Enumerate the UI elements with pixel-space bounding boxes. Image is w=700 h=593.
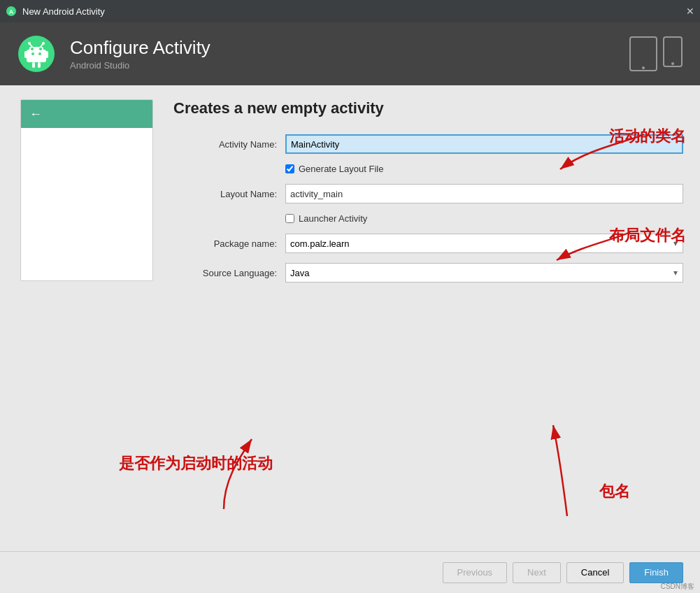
layout-name-label: Layout Name: bbox=[173, 189, 285, 199]
activity-name-label: Activity Name: bbox=[173, 139, 285, 150]
svg-rect-9 bbox=[32, 62, 35, 68]
svg-rect-10 bbox=[38, 62, 41, 68]
header-title: Configure Activity bbox=[70, 37, 210, 59]
svg-point-18 bbox=[642, 66, 645, 69]
source-language-row: Source Language: Java Kotlin ▾ bbox=[173, 263, 683, 283]
preview-panel: ← bbox=[17, 99, 157, 537]
svg-point-6 bbox=[39, 48, 42, 50]
layout-name-row: Layout Name: bbox=[173, 184, 683, 203]
back-arrow-icon: ← bbox=[29, 107, 42, 122]
back-button-preview: ← bbox=[21, 100, 152, 128]
svg-rect-19 bbox=[664, 37, 682, 66]
activity-name-input[interactable] bbox=[285, 134, 683, 154]
phone-icon bbox=[662, 36, 683, 68]
bottom-bar: Previous Next Cancel Finish bbox=[0, 551, 700, 593]
tablet-icon bbox=[629, 36, 658, 72]
svg-point-12 bbox=[38, 52, 41, 55]
generate-layout-label[interactable]: Generate Layout File bbox=[299, 164, 383, 174]
package-name-input[interactable] bbox=[285, 234, 683, 253]
svg-point-20 bbox=[671, 62, 674, 65]
device-icons bbox=[629, 36, 683, 72]
android-logo bbox=[17, 34, 56, 73]
svg-rect-7 bbox=[24, 51, 28, 58]
phone-preview: ← bbox=[20, 99, 153, 281]
source-language-label: Source Language: bbox=[173, 268, 285, 278]
layout-name-input[interactable] bbox=[285, 184, 683, 203]
close-button[interactable]: ✕ bbox=[686, 6, 694, 17]
svg-text:A: A bbox=[9, 8, 14, 15]
generate-layout-row: Generate Layout File bbox=[285, 164, 683, 174]
package-name-label: Package name: bbox=[173, 238, 285, 249]
form-title: Creates a new empty activity bbox=[173, 99, 683, 117]
previous-button[interactable]: Previous bbox=[443, 562, 508, 583]
svg-point-5 bbox=[31, 48, 34, 50]
svg-point-15 bbox=[28, 42, 31, 45]
window-title: New Android Activity bbox=[22, 6, 105, 17]
package-name-row: Package name: ▾ bbox=[173, 234, 683, 253]
source-language-select[interactable]: Java Kotlin bbox=[285, 263, 683, 283]
svg-rect-8 bbox=[45, 51, 48, 58]
launcher-activity-checkbox[interactable] bbox=[285, 214, 294, 223]
dialog-header: Configure Activity Android Studio bbox=[0, 22, 700, 85]
finish-button[interactable]: Finish bbox=[629, 562, 683, 583]
launcher-activity-label[interactable]: Launcher Activity bbox=[299, 213, 367, 224]
app-icon: A bbox=[6, 6, 17, 17]
main-content: ← Creates a new empty activity Activity … bbox=[0, 85, 700, 551]
source-language-wrapper: Java Kotlin ▾ bbox=[285, 263, 683, 283]
form-panel: Creates a new empty activity Activity Na… bbox=[173, 99, 683, 537]
generate-layout-checkbox[interactable] bbox=[285, 164, 294, 173]
title-bar: A New Android Activity ✕ bbox=[0, 0, 700, 22]
header-subtitle: Android Studio bbox=[70, 60, 210, 71]
watermark: CSDN博客 bbox=[661, 582, 694, 592]
next-button[interactable]: Next bbox=[513, 562, 561, 583]
svg-rect-17 bbox=[630, 37, 657, 71]
package-name-wrapper: ▾ bbox=[285, 234, 683, 253]
svg-point-11 bbox=[31, 52, 34, 55]
cancel-button[interactable]: Cancel bbox=[566, 562, 624, 583]
launcher-activity-row: Launcher Activity bbox=[285, 213, 683, 224]
activity-name-row: Activity Name: bbox=[173, 134, 683, 154]
svg-point-16 bbox=[42, 42, 45, 45]
